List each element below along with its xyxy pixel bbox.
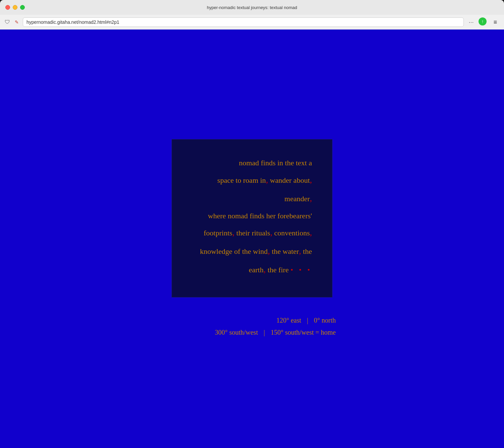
comma-icon: , <box>299 246 301 256</box>
comma-icon: , <box>310 193 312 203</box>
poem-card: nomad finds in the text a space to roam … <box>172 139 332 297</box>
poem-line-4: where nomad finds her forebearers' <box>189 209 312 223</box>
minimize-button[interactable] <box>13 5 17 10</box>
poem-line-7: earth, the fire • • • <box>189 262 312 278</box>
maximize-button[interactable] <box>20 5 25 10</box>
comma-icon: , <box>310 228 312 237</box>
update-indicator: ↑ <box>479 17 488 27</box>
poem-line-3: meander, <box>189 191 312 207</box>
title-bar: hyper-nomadic textual journeys: textual … <box>0 0 504 15</box>
comma-icon: , <box>266 175 268 185</box>
poem-line-5: footprints, their rituals, conventions, <box>189 225 312 241</box>
more-options-button[interactable]: ··· <box>466 19 476 26</box>
poem-line-6: knowledge of the wind, the water, the <box>189 243 312 259</box>
menu-button[interactable]: ≡ <box>491 19 500 26</box>
coord-line-1: 120° east | 0° north <box>168 314 336 326</box>
coordinates-section: 120° east | 0° north 300° south/west | 1… <box>168 314 336 338</box>
comma-icon: , <box>310 175 312 185</box>
comma-icon: , <box>270 228 272 237</box>
url-input[interactable] <box>23 17 464 27</box>
traffic-lights <box>5 5 25 10</box>
update-arrow-icon: ↑ <box>479 17 487 25</box>
edit-icon: ✎ <box>13 19 20 25</box>
window-title: hyper-nomadic textual journeys: textual … <box>207 5 297 10</box>
close-button[interactable] <box>5 5 10 10</box>
poem-line-2: space to roam in, wander about, <box>189 172 312 188</box>
browser-window: hyper-nomadic textual journeys: textual … <box>0 0 504 448</box>
comma-icon: , <box>263 265 266 274</box>
page-content: nomad finds in the text a space to roam … <box>0 30 504 448</box>
poem-line-1: nomad finds in the text a <box>189 156 312 170</box>
comma-icon: , <box>268 246 270 256</box>
ellipsis: • • • <box>291 266 312 274</box>
coord-line-2: 300° south/west | 150° south/west = home <box>168 326 336 338</box>
url-bar: 🛡 ✎ ··· ↑ ≡ <box>0 15 504 30</box>
shield-icon: 🛡 <box>4 19 11 25</box>
comma-icon: , <box>232 228 235 237</box>
